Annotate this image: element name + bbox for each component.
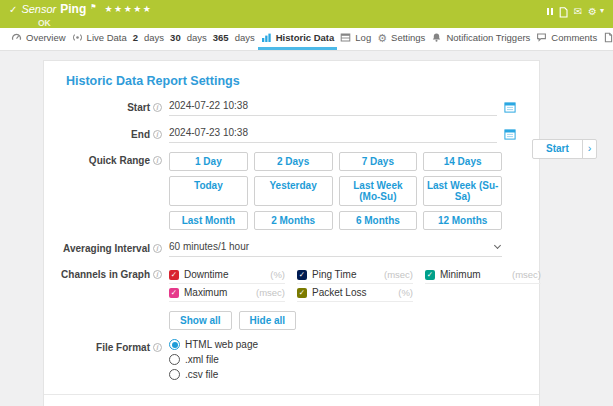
start-report-button[interactable]: Start › xyxy=(532,139,597,159)
option-label: .csv file xyxy=(185,369,218,380)
quick-range-row: Quick Range i 1 Day 2 Days 7 Days 14 Day… xyxy=(44,152,539,230)
info-icon[interactable]: i xyxy=(153,244,162,253)
quick-range-14-days-button[interactable]: 14 Days xyxy=(423,152,502,171)
start-datetime-input[interactable] xyxy=(169,98,497,116)
quick-range-yesterday-button[interactable]: Yesterday xyxy=(254,176,333,206)
end-datetime-input[interactable] xyxy=(169,125,497,143)
tab-overview[interactable]: Overview xyxy=(8,28,69,50)
info-icon[interactable]: i xyxy=(153,343,162,352)
tab-label-number: 365 xyxy=(213,32,229,43)
channel-checkbox[interactable]: ✓ xyxy=(297,288,307,298)
calendar-icon[interactable] xyxy=(504,101,516,113)
channel-checkbox[interactable]: ✓ xyxy=(425,270,435,280)
channel-ping-time: ✓ Ping Time (msec) xyxy=(297,266,413,284)
quick-range-today-button[interactable]: Today xyxy=(169,176,248,206)
quick-range-6-months-button[interactable]: 6 Months xyxy=(339,211,418,230)
quick-range-last-month-button[interactable]: Last Month xyxy=(169,211,248,230)
channel-unit: (msec) xyxy=(256,287,285,298)
end-row: End i xyxy=(44,125,539,143)
radio-button[interactable] xyxy=(169,339,180,350)
channel-maximum: ✓ Maximum (msec) xyxy=(169,284,285,302)
quick-range-12-months-button[interactable]: 12 Months xyxy=(423,211,502,230)
hide-all-button[interactable]: Hide all xyxy=(239,311,297,330)
averaging-interval-select[interactable]: 60 minutes/1 hour xyxy=(169,239,502,257)
channel-checkbox[interactable]: ✓ xyxy=(169,288,179,298)
start-field-label: Start xyxy=(127,102,150,113)
quick-range-2-days-button[interactable]: 2 Days xyxy=(254,152,333,171)
bell-icon xyxy=(431,32,442,43)
quick-range-7-days-button[interactable]: 7 Days xyxy=(339,152,418,171)
quick-range-buttons: 1 Day 2 Days 7 Days 14 Days Today Yester… xyxy=(169,152,502,230)
averaging-interval-label: Averaging Interval xyxy=(63,243,150,254)
tab-settings[interactable]: ⚙ Settings xyxy=(374,28,428,50)
tab-label: days xyxy=(235,32,255,43)
channel-unit: (%) xyxy=(270,269,285,280)
tab-historic-data[interactable]: Historic Data xyxy=(258,28,338,50)
sensor-identity: ✓ Sensor Ping ⚑ ★★★★★ OK xyxy=(9,3,152,28)
channel-name: Ping Time xyxy=(312,269,379,280)
sensor-status-badge: OK xyxy=(38,18,152,28)
radio-button[interactable] xyxy=(169,354,180,365)
end-field-label: End xyxy=(131,129,150,140)
tab-365-days[interactable]: 365days xyxy=(210,28,258,50)
sensor-name: Ping xyxy=(60,3,86,16)
info-icon[interactable]: i xyxy=(153,156,162,165)
file-format-html-option[interactable]: HTML web page xyxy=(169,339,539,350)
start-report-label: Start xyxy=(533,140,582,158)
quick-range-last-week-mo-su-button[interactable]: Last Week (Mo-Su) xyxy=(339,176,418,206)
settings-gear-icon[interactable]: ⚙ xyxy=(588,6,597,17)
averaging-interval-value: 60 minutes/1 hour xyxy=(169,241,249,252)
status-check-icon: ✓ xyxy=(9,3,17,16)
channel-name: Packet Loss xyxy=(312,287,393,298)
channel-checkbox[interactable]: ✓ xyxy=(169,270,179,280)
chevron-right-icon: › xyxy=(582,140,597,158)
header-action-icons: ✉ ⚙ ▾ xyxy=(547,3,604,28)
tab-2-days[interactable]: 2days xyxy=(130,28,167,50)
sensor-type-label: Sensor xyxy=(21,3,56,16)
file-format-options: HTML web page .xml file .csv file xyxy=(169,339,539,380)
gear-icon: ⚙ xyxy=(377,33,387,43)
bar-chart-icon xyxy=(261,32,272,43)
report-icon[interactable] xyxy=(559,6,568,18)
report-settings-title: Historic Data Report Settings xyxy=(66,74,539,88)
favorite-stars-icon[interactable]: ★★★★★ xyxy=(105,3,153,16)
email-icon[interactable]: ✉ xyxy=(574,6,582,17)
tab-label: Overview xyxy=(26,32,66,43)
file-format-xml-option[interactable]: .xml file xyxy=(169,354,539,365)
channel-unit: (msec) xyxy=(512,269,541,280)
chevron-down-icon xyxy=(494,242,501,249)
tab-30-days[interactable]: 30days xyxy=(167,28,210,50)
channel-actions: Show all Hide all xyxy=(169,311,541,330)
menu-caret-icon[interactable]: ▾ xyxy=(600,6,604,15)
show-all-button[interactable]: Show all xyxy=(169,311,232,330)
tab-notification-triggers[interactable]: Notification Triggers xyxy=(428,28,533,50)
radio-button[interactable] xyxy=(169,369,180,380)
channels-in-graph-label: Channels in Graph xyxy=(61,269,150,280)
calendar-icon[interactable] xyxy=(504,128,516,140)
info-icon[interactable]: i xyxy=(153,130,162,139)
info-icon[interactable]: i xyxy=(153,103,162,112)
quick-range-2-months-button[interactable]: 2 Months xyxy=(254,211,333,230)
quick-range-last-week-su-sa-button[interactable]: Last Week (Su-Sa) xyxy=(423,176,502,206)
channel-minimum: ✓ Minimum (msec) xyxy=(425,266,541,284)
tab-label: Settings xyxy=(391,32,425,43)
tab-comments[interactable]: Comments xyxy=(533,28,600,50)
info-icon[interactable]: i xyxy=(153,270,162,279)
tab-live-data[interactable]: Live Data xyxy=(69,28,130,50)
file-format-label: File Format xyxy=(96,342,150,353)
tab-log[interactable]: Log xyxy=(337,28,374,50)
channel-packet-loss: ✓ Packet Loss (%) xyxy=(297,284,413,302)
tab-label: Log xyxy=(355,32,371,43)
quick-range-label: Quick Range xyxy=(89,155,150,166)
channel-downtime: ✓ Downtime (%) xyxy=(169,266,285,284)
file-format-csv-option[interactable]: .csv file xyxy=(169,369,539,380)
priority-flag-icon: ⚑ xyxy=(90,0,96,13)
channel-name: Minimum xyxy=(440,269,507,280)
history-page-icon xyxy=(603,32,613,43)
tab-label: Comments xyxy=(551,32,597,43)
pause-icon[interactable] xyxy=(547,6,553,15)
channel-checkbox[interactable]: ✓ xyxy=(297,270,307,280)
tab-history[interactable]: History xyxy=(600,28,613,50)
quick-range-1-day-button[interactable]: 1 Day xyxy=(169,152,248,171)
gauge-icon xyxy=(11,32,22,43)
